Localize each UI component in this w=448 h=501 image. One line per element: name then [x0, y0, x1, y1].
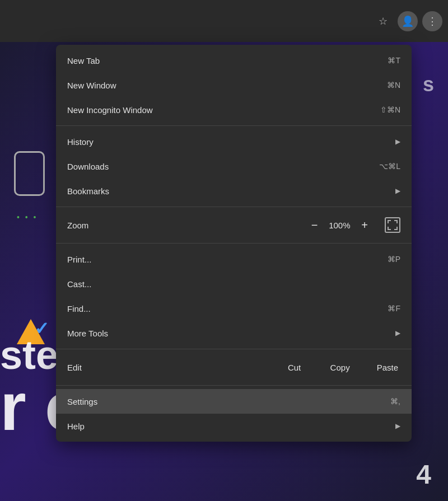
- settings-shortcut: ⌘,: [390, 397, 400, 406]
- svg-rect-1: [388, 220, 389, 223]
- menu-section-new: New Tab ⌘T New Window ⌘N New Incognito W…: [56, 45, 412, 126]
- print-label: Print...: [67, 255, 91, 264]
- svg-rect-5: [388, 227, 389, 230]
- star-icon: ☆: [379, 15, 388, 27]
- menu-item-history[interactable]: History ▶: [56, 129, 412, 154]
- bookmarks-label: Bookmarks: [67, 186, 109, 196]
- svg-rect-3: [396, 220, 398, 223]
- menu-section-edit: Edit Cut Copy Paste: [56, 349, 412, 386]
- cut-button[interactable]: Cut: [272, 355, 317, 380]
- cast-label: Cast...: [67, 279, 91, 289]
- menu-item-new-window[interactable]: New Window ⌘N: [56, 73, 412, 97]
- zoom-row: Zoom − 100% +: [56, 210, 412, 240]
- menu-item-bookmarks[interactable]: Bookmarks ▶: [56, 179, 412, 203]
- star-button[interactable]: ☆: [373, 11, 393, 31]
- find-shortcut: ⌘F: [388, 304, 400, 313]
- browser-toolbar: ☆ 👤 ⋮: [0, 0, 448, 42]
- menu-item-help[interactable]: Help ▶: [56, 414, 412, 438]
- find-label: Find...: [67, 304, 91, 313]
- menu-section-tools: Print... ⌘P Cast... Find... ⌘F More Tool…: [56, 244, 412, 349]
- help-arrow-icon: ▶: [395, 422, 400, 430]
- more-tools-label: More Tools: [67, 329, 108, 338]
- edit-label: Edit: [67, 363, 272, 372]
- more-tools-arrow-icon: ▶: [395, 329, 400, 337]
- dots-decoration: • • •: [17, 213, 38, 222]
- menu-section-history: History ▶ Downloads ⌥⌘L Bookmarks ▶: [56, 126, 412, 207]
- menu-item-downloads[interactable]: Downloads ⌥⌘L: [56, 154, 412, 179]
- help-label: Help: [67, 422, 85, 431]
- profile-icon: 👤: [402, 15, 414, 27]
- paste-button[interactable]: Paste: [363, 355, 412, 380]
- menu-section-zoom: Zoom − 100% +: [56, 207, 412, 244]
- incognito-shortcut: ⇧⌘N: [380, 105, 400, 114]
- zoom-out-button[interactable]: −: [304, 217, 326, 233]
- menu-item-cast[interactable]: Cast...: [56, 271, 412, 296]
- zoom-value: 100%: [325, 221, 353, 230]
- new-window-shortcut: ⌘N: [387, 81, 400, 90]
- bg-number: 4: [416, 459, 431, 490]
- menu-item-settings[interactable]: Settings ⌘,: [56, 389, 412, 414]
- copy-button[interactable]: Copy: [317, 355, 363, 380]
- downloads-shortcut: ⌥⌘L: [379, 162, 400, 171]
- new-tab-shortcut: ⌘T: [388, 56, 400, 65]
- bg-decoration-s2: s: [423, 73, 434, 96]
- menu-item-incognito[interactable]: New Incognito Window ⇧⌘N: [56, 97, 412, 122]
- zoom-controls: − 100% +: [304, 217, 376, 233]
- zoom-expand-button[interactable]: [385, 217, 400, 233]
- phone-icon: ✓: [14, 151, 45, 196]
- new-window-label: New Window: [67, 81, 116, 90]
- print-shortcut: ⌘P: [388, 255, 400, 264]
- menu-item-more-tools[interactable]: More Tools ▶: [56, 321, 412, 345]
- settings-label: Settings: [67, 397, 97, 406]
- menu-button[interactable]: ⋮: [422, 11, 442, 31]
- edit-row: Edit Cut Copy Paste: [56, 353, 412, 382]
- zoom-in-button[interactable]: +: [353, 217, 376, 233]
- menu-item-new-tab[interactable]: New Tab ⌘T: [56, 48, 412, 73]
- menu-section-settings: Settings ⌘, Help ▶: [56, 386, 412, 442]
- new-tab-label: New Tab: [67, 56, 100, 65]
- menu-item-find[interactable]: Find... ⌘F: [56, 296, 412, 321]
- history-label: History: [67, 137, 94, 147]
- menu-icon: ⋮: [427, 15, 437, 27]
- menu-item-print[interactable]: Print... ⌘P: [56, 247, 412, 271]
- bookmarks-arrow-icon: ▶: [395, 187, 400, 195]
- zoom-label: Zoom: [67, 221, 304, 230]
- chrome-menu: New Tab ⌘T New Window ⌘N New Incognito W…: [56, 45, 412, 442]
- profile-button[interactable]: 👤: [398, 11, 418, 31]
- downloads-label: Downloads: [67, 162, 109, 171]
- history-arrow-icon: ▶: [395, 138, 400, 146]
- edit-buttons: Cut Copy Paste: [272, 355, 412, 380]
- incognito-label: New Incognito Window: [67, 105, 153, 115]
- svg-rect-7: [396, 227, 398, 230]
- fullscreen-icon: [386, 218, 399, 232]
